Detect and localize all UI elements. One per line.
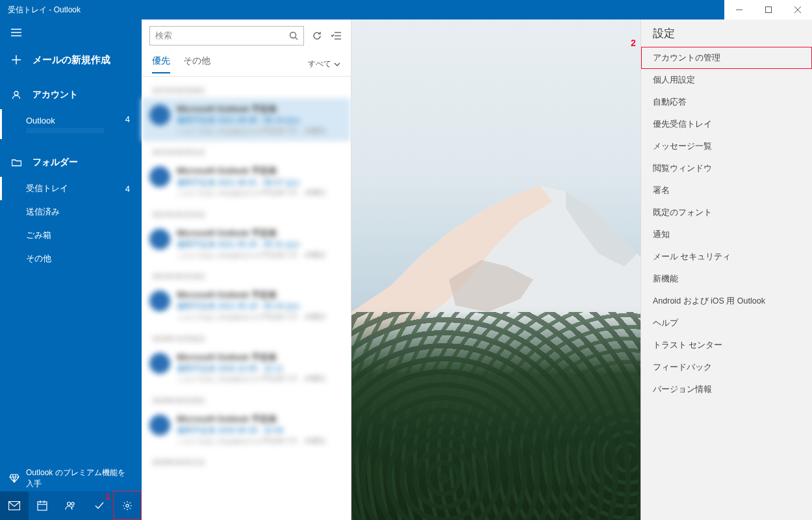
hamburger-menu[interactable]: [0, 20, 142, 46]
mail-item[interactable]: Microsoft Outlook 予定表週間予定表 2021 06 08 - …: [142, 98, 351, 141]
mail-item[interactable]: Microsoft Outlook 予定表週間予定表 2020 10 05 - …: [142, 346, 351, 389]
svg-point-18: [290, 32, 296, 38]
search-icon: [289, 31, 298, 40]
folder-inbox[interactable]: 受信トレイ 4: [0, 177, 142, 200]
settings-item-message-list[interactable]: メッセージ一覧: [641, 135, 812, 157]
premium-label: Outlook のプレミアム機能を入手: [26, 467, 133, 489]
mail-item[interactable]: Microsoft Outlook 予定表週間予定表 2021 05 18 - …: [142, 284, 351, 327]
settings-item-account-management[interactable]: アカウントの管理: [641, 47, 812, 69]
svg-point-17: [126, 504, 129, 507]
refresh-button[interactable]: [311, 29, 324, 42]
premium-link[interactable]: Outlook のプレミアム機能を入手: [0, 465, 142, 491]
settings-item-personalization[interactable]: 個人用設定: [641, 69, 812, 91]
settings-item-notifications[interactable]: 通知: [641, 224, 812, 246]
sidebar: メールの新規作成 アカウント Outlook 4 フォルダー 受信トレイ 4 送…: [0, 20, 142, 520]
nav-mail[interactable]: [0, 491, 29, 520]
filter-dropdown[interactable]: すべて: [308, 58, 340, 70]
folder-other[interactable]: その他: [0, 247, 142, 270]
account-header-label: アカウント: [32, 89, 78, 101]
nav-people[interactable]: [57, 491, 85, 520]
minimize-button[interactable]: [724, 0, 754, 20]
folder-label: 送信済み: [26, 206, 60, 218]
menu-icon: [10, 27, 22, 38]
compose-button[interactable]: メールの新規作成: [0, 46, 142, 74]
folder-sent[interactable]: 送信済み: [0, 200, 142, 224]
folder-badge: 4: [125, 184, 130, 194]
nav-calendar[interactable]: [29, 491, 57, 520]
svg-point-9: [14, 92, 18, 96]
settings-item-default-font[interactable]: 既定のフォント: [641, 202, 812, 224]
account-name-label: Outlook: [26, 116, 130, 125]
folders-section[interactable]: フォルダー: [0, 148, 142, 177]
maximize-button[interactable]: [754, 0, 783, 20]
svg-line-19: [296, 38, 298, 40]
svg-point-16: [71, 502, 74, 505]
close-button[interactable]: [783, 0, 812, 20]
sidebar-account-outlook[interactable]: Outlook 4: [0, 109, 142, 139]
window-controls: [724, 0, 812, 20]
bottom-nav: [0, 491, 142, 520]
settings-panel: 設定 アカウントの管理 個人用設定 自動応答 優先受信トレイ メッセージ一覧 閲…: [641, 20, 812, 520]
account-section[interactable]: アカウント: [0, 81, 142, 109]
search-placeholder: 検索: [155, 30, 172, 42]
svg-point-15: [67, 502, 70, 506]
settings-item-auto-reply[interactable]: 自動応答: [641, 91, 812, 113]
folder-label: その他: [26, 253, 51, 265]
settings-item-trust-center[interactable]: トラスト センター: [641, 334, 812, 356]
folders-header-label: フォルダー: [32, 157, 78, 168]
mail-list-pane: 検索 優先 その他 すべて 2021年06月08日 Microsoft Outl…: [142, 20, 351, 520]
settings-item-mail-security[interactable]: メール セキュリティ: [641, 246, 812, 268]
svg-rect-11: [38, 502, 47, 510]
tab-other[interactable]: その他: [183, 55, 210, 73]
annotation-2: 2: [631, 38, 636, 48]
search-input[interactable]: 検索: [149, 26, 304, 46]
compose-label: メールの新規作成: [32, 54, 110, 66]
folder-icon: [10, 157, 22, 168]
settings-item-feedback[interactable]: フィードバック: [641, 356, 812, 378]
folder-label: 受信トレイ: [26, 183, 68, 194]
folder-label: ごみ箱: [26, 229, 51, 241]
settings-item-help[interactable]: ヘルプ: [641, 312, 812, 334]
nav-settings[interactable]: [113, 491, 142, 520]
mail-item[interactable]: Microsoft Outlook 予定表週間予定表 2021 06 01 - …: [142, 160, 351, 203]
svg-rect-1: [765, 7, 771, 13]
mail-item[interactable]: Microsoft Outlook 予定表週間予定表 2021 05 25 - …: [142, 222, 351, 265]
folder-trash[interactable]: ごみ箱: [0, 224, 142, 247]
diamond-icon: [9, 474, 19, 483]
tab-focused[interactable]: 優先: [152, 55, 170, 73]
account-badge: 4: [125, 114, 130, 124]
settings-item-version[interactable]: バージョン情報: [641, 378, 812, 400]
settings-item-whats-new[interactable]: 新機能: [641, 268, 812, 290]
settings-item-reading-pane[interactable]: 閲覧ウィンドウ: [641, 157, 812, 179]
title-bar: 受信トレイ - Outlook: [0, 0, 812, 20]
mail-items-blurred: 2021年06月08日 Microsoft Outlook 予定表週間予定表 2…: [142, 77, 351, 473]
select-mode-button[interactable]: [330, 29, 343, 42]
settings-item-focused-inbox[interactable]: 優先受信トレイ: [641, 113, 812, 135]
settings-item-signature[interactable]: 署名: [641, 179, 812, 202]
mail-item[interactable]: Microsoft Outlook 予定表週間予定表 2020 09 28 - …: [142, 408, 351, 451]
chevron-down-icon: [334, 62, 340, 66]
settings-item-mobile-outlook[interactable]: Android および iOS 用 Outlook: [641, 290, 812, 312]
person-icon: [10, 89, 22, 101]
account-email-blur: [26, 128, 104, 133]
window-title: 受信トレイ - Outlook: [8, 5, 81, 16]
plus-icon: [10, 54, 22, 66]
annotation-1: 1: [105, 491, 110, 502]
settings-title: 設定: [641, 20, 812, 47]
